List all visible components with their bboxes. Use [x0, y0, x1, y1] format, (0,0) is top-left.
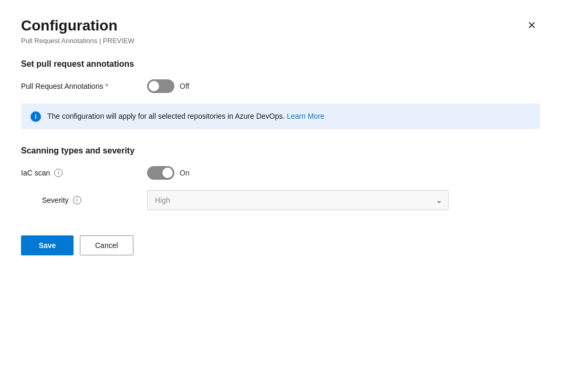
iac-info-icon[interactable]: i	[54, 169, 63, 177]
severity-select[interactable]: High Medium Low Critical	[147, 190, 449, 210]
pull-request-section: Set pull request annotations Pull Reques…	[21, 59, 540, 129]
configuration-dialog: Configuration Pull Request Annotations |…	[0, 0, 561, 392]
dialog-subtitle: Pull Request Annotations | PREVIEW	[21, 37, 134, 45]
iac-scan-label: IaC scan i	[21, 169, 147, 177]
info-banner-text: The configuration will apply for all sel…	[47, 111, 325, 122]
pull-request-toggle-label: Off	[180, 82, 189, 90]
scanning-section-title: Scanning types and severity	[21, 146, 540, 156]
pull-request-toggle[interactable]	[147, 79, 174, 93]
scanning-section: Scanning types and severity IaC scan i O…	[21, 146, 540, 210]
iac-scan-row: IaC scan i On	[21, 166, 540, 180]
info-banner: i The configuration will apply for all s…	[21, 104, 540, 129]
iac-toggle[interactable]	[147, 166, 174, 180]
dialog-title: Configuration	[21, 17, 134, 35]
severity-label: Severity i	[21, 196, 147, 204]
dialog-footer: Save Cancel	[21, 235, 540, 255]
iac-toggle-label: On	[180, 169, 190, 177]
pull-request-section-title: Set pull request annotations	[21, 59, 540, 69]
severity-dropdown: High Medium Low Critical ⌄	[147, 190, 449, 210]
close-icon: ✕	[527, 20, 536, 30]
title-group: Configuration Pull Request Annotations |…	[21, 17, 134, 45]
info-icon: i	[30, 111, 41, 122]
pull-request-toggle-slider	[147, 79, 174, 93]
save-button[interactable]: Save	[21, 235, 74, 255]
cancel-button[interactable]: Cancel	[80, 235, 133, 255]
iac-toggle-slider	[147, 166, 174, 180]
pull-request-toggle-row: Pull Request Annotations * Off	[21, 79, 540, 93]
iac-toggle-wrapper: On	[147, 166, 190, 180]
pull-request-toggle-wrapper: Off	[147, 79, 189, 93]
pull-request-label: Pull Request Annotations *	[21, 82, 147, 90]
learn-more-link[interactable]: Learn More	[287, 112, 325, 120]
close-button[interactable]: ✕	[523, 17, 540, 34]
severity-info-icon[interactable]: i	[73, 196, 81, 204]
required-star: *	[105, 82, 108, 90]
severity-row: Severity i High Medium Low Critical ⌄	[21, 190, 540, 210]
dialog-header: Configuration Pull Request Annotations |…	[21, 17, 540, 45]
